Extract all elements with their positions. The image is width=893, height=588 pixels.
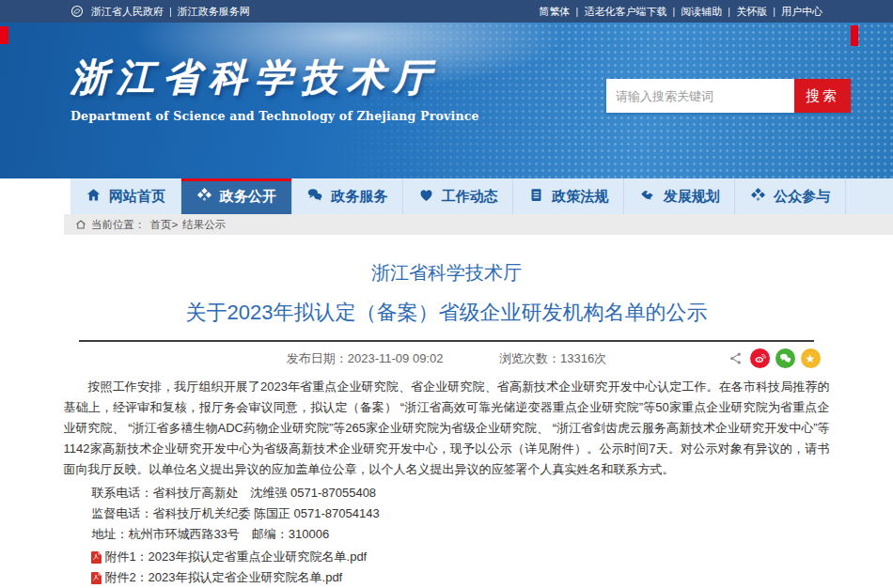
nav-label: 网站首页 — [109, 188, 165, 206]
link-zhejiang-gov[interactable]: 浙江省人民政府 — [91, 5, 164, 19]
policy-icon — [528, 187, 544, 206]
attachments: 附件1：2023年拟认定省重点企业研究院名单.pdf 附件2：2023年拟认定省… — [64, 547, 830, 588]
nav-item-gov-service[interactable]: 政务服务 — [292, 178, 403, 214]
gov-service-icon — [306, 187, 323, 206]
nav-item-policy[interactable]: 政策法规 — [513, 178, 624, 214]
breadcrumb-current: 结果公示 — [182, 218, 226, 232]
search-button[interactable]: 搜索 — [794, 79, 851, 113]
view-count: 浏览次数：13316次 — [499, 351, 606, 365]
wechat-share-icon[interactable] — [776, 348, 795, 368]
article-meta: 发布日期：2023-11-09 09:02 浏览次数：13316次 ★ — [64, 342, 830, 369]
separator: | — [169, 6, 172, 17]
nav-item-home[interactable]: 网站首页 — [70, 178, 181, 214]
site-title: 浙江省科学技术厅 — [70, 56, 479, 98]
separator: | — [728, 6, 730, 17]
nav-label: 工作动态 — [442, 188, 498, 206]
site-subtitle-english: Department of Science and Technology of … — [70, 109, 479, 123]
quick-links-group: 简繁体 | 适老化客户端下载 | 阅读辅助 | 关怀版 | 用户中心 — [540, 5, 822, 19]
link-user-center[interactable]: 用户中心 — [781, 5, 822, 19]
separator: | — [576, 6, 579, 17]
search-input[interactable] — [606, 79, 794, 113]
breadcrumb: 当前位置： 首页> 结果公示 — [64, 214, 893, 235]
address-line: 地址：杭州市环城西路33号 邮编：310006 — [91, 524, 829, 545]
link-reading-assist[interactable]: 阅读辅助 — [681, 5, 722, 19]
nav-label: 政务公开 — [220, 188, 276, 206]
pdf-icon — [91, 551, 102, 564]
link-simplified-traditional[interactable]: 简繁体 — [540, 5, 571, 19]
separator: | — [773, 6, 776, 17]
gov-open-icon — [196, 187, 212, 206]
work-news-icon — [418, 187, 434, 206]
link-zhejiang-service[interactable]: 浙江政务服务网 — [178, 5, 250, 19]
nav-label: 政策法规 — [552, 188, 608, 206]
development-plan-icon — [639, 187, 656, 206]
nav-label: 政务服务 — [331, 188, 387, 206]
contact-phone: 联系电话：省科技厅高新处 沈维强 0571-87055408 — [91, 483, 829, 503]
link-care-version[interactable]: 关怀版 — [736, 5, 767, 19]
breadcrumb-home-link[interactable]: 首页> — [150, 218, 179, 232]
attachment-label: 附件2：2023年拟认定省企业研究院名单.pdf — [104, 567, 342, 588]
contact-block: 联系电话：省科技厅高新处 沈维强 0571-87055408 监督电话：省科技厅… — [64, 483, 830, 545]
nav-item-gov-open[interactable]: 政务公开 — [181, 178, 292, 214]
qzone-share-icon[interactable]: ★ — [801, 348, 821, 368]
location-icon — [75, 219, 86, 230]
nav-item-development-plan[interactable]: 发展规划 — [624, 178, 735, 214]
site-logo[interactable]: 浙江省科学技术厅 Department of Science and Techn… — [70, 56, 479, 123]
supervision-phone: 监督电话：省科技厅机关纪委 陈国正 0571-87054143 — [91, 503, 829, 524]
red-accent-right — [851, 25, 858, 46]
article-paragraph: 按照工作安排，我厅组织开展了2023年省重点企业研究院、省企业研究院、省高新技术… — [64, 377, 830, 480]
home-icon — [86, 187, 102, 206]
top-utility-bar: 浙江省人民政府 | 浙江政务服务网 简繁体 | 适老化客户端下载 | 阅读辅助 … — [0, 0, 893, 23]
attachment-link-2[interactable]: 附件2：2023年拟认定省企业研究院名单.pdf — [91, 567, 829, 588]
nav-spacer — [846, 178, 893, 214]
attachment-label: 附件1：2023年拟认定省重点企业研究院名单.pdf — [104, 547, 367, 567]
site-search: 搜索 — [606, 79, 851, 113]
nav-label: 公众参与 — [774, 188, 830, 206]
nav-item-public-participation[interactable]: 公众参与 — [735, 178, 846, 214]
share-icon[interactable] — [728, 351, 743, 365]
nav-label: 发展规划 — [664, 188, 720, 206]
link-elderly-client-download[interactable]: 适老化客户端下载 — [584, 5, 666, 19]
attachment-link-1[interactable]: 附件1：2023年拟认定省重点企业研究院名单.pdf — [91, 547, 829, 567]
gov-emblem-icon — [70, 5, 84, 18]
site-banner: 浙江省科学技术厅 Department of Science and Techn… — [0, 23, 893, 178]
gov-links-group: 浙江省人民政府 | 浙江政务服务网 — [70, 5, 250, 19]
pdf-icon — [91, 572, 102, 584]
publish-date: 发布日期：2023-11-09 09:02 — [287, 351, 444, 365]
red-accent-left — [0, 26, 8, 44]
article-content: 浙江省科学技术厅 关于2023年拟认定（备案）省级企业研发机构名单的公示 发布日… — [64, 259, 830, 588]
share-bar: ★ — [728, 348, 821, 368]
weibo-share-icon[interactable] — [750, 348, 770, 368]
breadcrumb-label: 当前位置： — [91, 218, 146, 232]
page-title: 关于2023年拟认定（备案）省级企业研发机构名单的公示 — [64, 298, 830, 328]
nav-item-work-news[interactable]: 工作动态 — [403, 178, 514, 214]
article-title-org: 浙江省科学技术厅 — [64, 259, 830, 286]
main-navigation: 网站首页 政务公开 政务服务 工作动态 政策法规 — [0, 178, 893, 214]
separator: | — [672, 6, 675, 17]
public-participation-icon — [750, 187, 766, 206]
